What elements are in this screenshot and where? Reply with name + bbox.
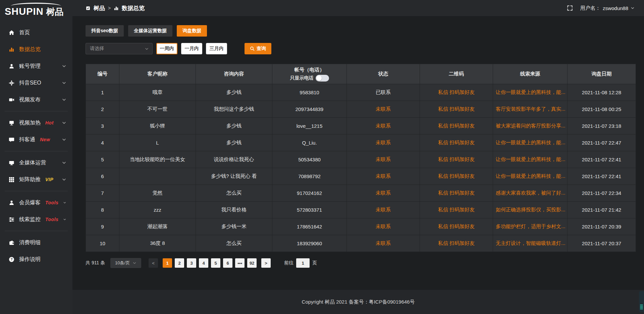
help-circle-icon [9, 257, 14, 262]
cell-nickname: zzz [119, 202, 196, 218]
cell-qrcode-link[interactable]: 私信 扫码加好友 [420, 151, 493, 168]
cell-account: 9583810 [272, 84, 347, 101]
period-week-button[interactable]: 一周内 [156, 43, 177, 54]
sidebar-item-matrix-boost[interactable]: 矩阵助推 VIP [0, 172, 72, 187]
cell-source-link[interactable]: 感谢大家喜欢我家，被问了好... [493, 185, 568, 202]
sidebar-item-douketong[interactable]: 抖客通 New [0, 132, 72, 147]
video-camera-icon [9, 97, 14, 103]
bar-chart-icon [114, 6, 119, 11]
cell-qrcode-link[interactable]: 私信 扫码加好友 [420, 118, 493, 135]
sidebar-item-data-overview[interactable]: 数据总览 [0, 42, 72, 57]
cell-nickname: 觉然 [119, 185, 196, 202]
chevron-down-icon [62, 160, 66, 165]
cell-source-link[interactable]: 多功能护栏灯，适用于乡村文... [493, 218, 568, 235]
sidebar-item-omnimedia-operation[interactable]: 全媒体运营 [0, 155, 72, 170]
page-button-4[interactable]: 4 [199, 258, 208, 268]
bar-chart-icon [9, 47, 14, 52]
goto-page-input[interactable] [296, 258, 310, 268]
sidebar-item-consumption-details[interactable]: 消费明细 [0, 235, 72, 250]
chevron-down-icon [63, 217, 66, 222]
sidebar-item-label: 线索监控 [19, 216, 41, 223]
sidebar-divider [5, 111, 68, 111]
tab-inquiry-data[interactable]: 询盘数据 [177, 25, 207, 37]
search-button[interactable]: 查询 [245, 43, 271, 54]
cell-date: 2021-11-07 22:34 [568, 185, 636, 202]
table-row: 10 36度 8 怎么买 183929060 未联系 私信 扫码加好友 无主灯设… [86, 235, 636, 252]
sidebar-item-member-baoke[interactable]: 会员爆客 Tools [0, 195, 72, 210]
sidebar-item-douyin-seo[interactable]: 抖音SEO [0, 75, 72, 90]
cell-account: 917024162 [272, 185, 347, 202]
page-size-select[interactable]: 10条/页 [110, 258, 141, 268]
period-quarter-button[interactable]: 三月内 [206, 43, 227, 54]
tab-douyin-seo-data[interactable]: 抖音seo数据 [86, 25, 124, 37]
period-month-button[interactable]: 一月内 [181, 43, 202, 54]
cell-source-link[interactable]: 无主灯设计，智能磁吸轨道灯... [493, 235, 568, 252]
app-logo[interactable]: SHUPIN 树品 [0, 0, 72, 18]
cell-source-link[interactable]: 客厅安装投影半年多了，真实... [493, 101, 568, 118]
sidebar-item-clue-monitoring[interactable]: 线索监控 Tools [0, 212, 72, 227]
filter-select[interactable]: 请选择 [86, 43, 153, 54]
page-button-92[interactable]: 92 [247, 258, 257, 268]
cell-date: 2021-11-07 23:18 [568, 118, 636, 135]
sidebar-item-home[interactable]: 首页 [0, 25, 72, 40]
tab-omnimedia-data[interactable]: 全媒体运营数据 [128, 25, 172, 37]
next-page-button[interactable]: > [261, 258, 271, 268]
phone-toggle-label: 只显示电话 [290, 75, 314, 81]
cell-qrcode-link[interactable]: 私信 扫码加好友 [420, 168, 493, 185]
cell-qrcode-link[interactable]: 私信 扫码加好友 [420, 101, 493, 118]
sidebar-item-operation-guide[interactable]: 操作说明 [0, 252, 72, 267]
user-menu[interactable]: 用户名：zswodun88 [580, 5, 635, 11]
cell-id: 6 [86, 168, 119, 185]
edge-widget[interactable] [639, 291, 644, 312]
prev-page-button[interactable]: < [149, 258, 158, 268]
page-button-2[interactable]: 2 [175, 258, 184, 268]
chevron-down-icon [62, 97, 66, 102]
page-button-6[interactable]: 6 [223, 258, 232, 268]
cell-source-link[interactable]: 如何正确选择投影仪，买投影... [493, 202, 568, 218]
table-row: 1 哦章 多少钱 9583810 已联系 私信 扫码加好友 让你一眼就爱上的黑科… [86, 84, 636, 101]
col-header-content: 咨询内容 [196, 64, 272, 84]
sidebar-item-video-publish[interactable]: 视频发布 [0, 92, 72, 107]
filter-bar: 请选择 一周内 一月内 三月内 查询 [86, 43, 636, 54]
page-button-5[interactable]: 5 [211, 258, 220, 268]
cell-qrcode-link[interactable]: 私信 扫码加好友 [420, 185, 493, 202]
cell-status: 未联系 [347, 151, 420, 168]
sidebar-item-label: 全媒体运营 [19, 159, 46, 166]
cell-source-link[interactable]: 让你一眼就爱上的黑科技，能... [493, 151, 568, 168]
phone-only-toggle[interactable] [316, 75, 329, 82]
cell-qrcode-link[interactable]: 私信 扫码加好友 [420, 235, 493, 252]
sidebar-item-account-management[interactable]: 账号管理 [0, 59, 72, 73]
cell-qrcode-link[interactable]: 私信 扫码加好友 [420, 135, 493, 151]
cell-source-link[interactable]: 被大家追着问的客厅投影分享... [493, 118, 568, 135]
sidebar-divider [5, 231, 68, 231]
cell-source-link[interactable]: 让你一眼就爱上的黑科技，能... [493, 84, 568, 101]
cell-qrcode-link[interactable]: 私信 扫码加好友 [420, 84, 493, 101]
gear-icon [9, 80, 14, 86]
col-header-nickname: 客户昵称 [119, 64, 196, 84]
breadcrumb-app[interactable]: 树品 [94, 4, 105, 12]
breadcrumb-page[interactable]: 数据总览 [122, 4, 145, 12]
page-button-3[interactable]: 3 [187, 258, 196, 268]
cell-qrcode-link[interactable]: 私信 扫码加好友 [420, 202, 493, 218]
page-button-1[interactable]: 1 [163, 258, 172, 268]
table-row: 3 狐小狸 多少钱 love__1215 未联系 私信 扫码加好友 被大家追着问… [86, 118, 636, 135]
cell-source-link[interactable]: 让你一眼就爱上的黑科技，能... [493, 168, 568, 185]
cell-date: 2021-11-07 22:41 [568, 168, 636, 185]
fullscreen-icon[interactable] [567, 5, 573, 11]
cell-qrcode-link[interactable]: 私信 扫码加好友 [420, 218, 493, 235]
cell-status: 未联系 [347, 101, 420, 118]
goto-suffix-label: 页 [312, 260, 317, 266]
cell-source-link[interactable]: 让你一眼就爱上的黑科技，能... [493, 135, 568, 151]
cell-id: 4 [86, 135, 119, 151]
sidebar-item-video-heating[interactable]: 视频加热 Hot [0, 115, 72, 130]
search-icon [250, 46, 255, 51]
cell-content: 说说价格让我死心 [196, 151, 272, 168]
cell-account: love__1215 [272, 118, 347, 135]
table-row: 8 zzz 我只看价格 572803371 未联系 私信 扫码加好友 如何正确选… [86, 202, 636, 218]
chevron-down-icon [62, 120, 66, 125]
search-button-label: 查询 [257, 46, 266, 52]
sidebar-item-label: 数据总览 [19, 46, 41, 53]
wallet-icon [9, 240, 14, 246]
page-ellipsis-button[interactable]: ••• [235, 258, 245, 268]
chevron-down-icon [145, 47, 149, 51]
